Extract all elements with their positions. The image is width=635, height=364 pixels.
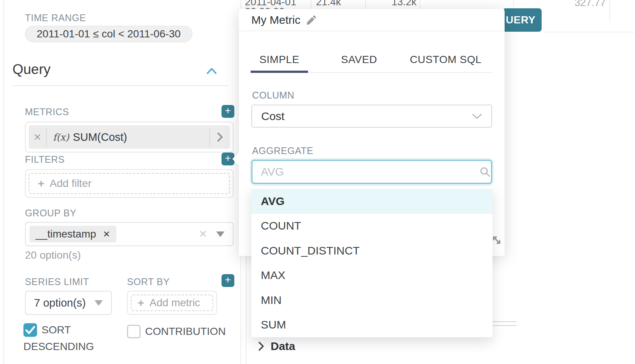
filters-dropzone: + Add filter [25,169,234,198]
clear-select-icon[interactable]: ✕ [198,228,207,240]
pill-divider [46,128,47,146]
aggregate-options-dropdown: AVG COUNT COUNT_DISTINCT MAX MIN SUM [251,187,493,337]
aggregate-input[interactable] [251,160,492,184]
group-by-select[interactable]: __timestamp ✕ ✕ [25,222,234,246]
time-range-label: TIME RANGE [25,12,86,23]
tab-custom-sql[interactable]: CUSTOM SQL [404,47,488,72]
tab-saved[interactable]: SAVED [330,47,388,72]
chart-splitter-handle[interactable] [493,321,516,322]
tab-simple[interactable]: SIMPLE [251,47,308,72]
checkbox-checked-icon[interactable] [23,323,37,337]
filters-label: FILTERS [25,154,65,165]
data-panel-title: Data [271,340,295,353]
explore-page: TIME RANGE 2011-01-01 ≤ col < 2011-06-30… [0,0,635,364]
run-query-button[interactable]: UERY [504,8,542,32]
series-limit-select[interactable]: 7 option(s) [25,291,112,315]
sort-by-dropzone: + Add metric [127,291,217,315]
remove-metric-icon[interactable]: ✕ [29,132,46,143]
remove-tag-icon[interactable]: ✕ [103,229,110,239]
function-icon: f(x) [53,132,69,143]
edit-pencil-icon[interactable] [306,14,317,26]
table-grid-line [311,0,311,9]
add-metric-plus-button[interactable]: + [221,105,234,118]
aggregate-label: AGGREGATE [252,145,313,156]
option-count[interactable]: COUNT [251,214,493,239]
section-divider [12,85,228,86]
popover-header: My Metric [251,14,317,26]
collapse-section-icon[interactable] [206,67,217,75]
search-icon [479,166,491,177]
metrics-dropzone[interactable]: ✕ f(x) SUM(Cost) [25,122,234,153]
table-row-line [544,32,635,32]
checkbox-unchecked-icon[interactable] [127,325,141,338]
add-sort-metric-label: Add metric [150,297,200,309]
caret-down-icon [94,300,103,306]
option-sum[interactable]: SUM [251,313,493,338]
resize-popover-icon[interactable] [491,234,502,246]
table-grid-line [609,0,610,21]
time-range-value: 2011-01-01 ≤ col < 2011-06-30 [37,28,181,40]
chart-splitter-handle[interactable] [493,325,516,326]
table-grid-line [365,0,366,9]
sort-descending-option[interactable]: SORT DESCENDING [23,322,129,355]
sort-by-label: SORT BY [127,276,170,287]
option-min[interactable]: MIN [251,288,493,313]
table-cell-value: 327.77 [575,0,606,9]
plus-icon: + [138,296,144,309]
plus-icon: + [38,177,45,190]
contribution-option[interactable]: CONTRIBUTION [127,323,240,340]
time-range-pill[interactable]: 2011-01-01 ≤ col < 2011-06-30 [25,26,192,42]
left-panel-border [3,0,4,364]
metric-pill[interactable]: ✕ f(x) SUM(Cost) [29,125,230,149]
add-sort-metric-button[interactable]: + Add metric [131,295,213,311]
metric-name: SUM(Cost) [73,131,127,143]
option-count-distinct[interactable]: COUNT_DISTINCT [251,238,493,263]
chevron-right-icon [217,132,223,142]
add-filter-button[interactable]: + Add filter [29,173,230,194]
group-by-tag[interactable]: __timestamp ✕ [29,226,116,242]
series-limit-value: 7 option(s) [34,297,86,309]
popover-header-divider [239,31,505,31]
group-by-label: GROUP BY [25,208,76,219]
edit-metric-chevron[interactable] [210,132,230,142]
query-section-title: Query [12,62,51,77]
option-avg[interactable]: AVG [251,189,493,214]
chevron-right-icon [258,341,265,352]
column-label: COLUMN [252,90,294,101]
run-query-label: UERY [506,14,536,26]
column-select-value: Cost [261,110,285,123]
group-by-options-hint: 20 option(s) [25,249,81,261]
series-limit-label: SERIES LIMIT [25,276,89,287]
add-filter-label: Add filter [50,177,92,190]
data-panel-toggle[interactable]: Data [258,340,295,353]
caret-down-icon[interactable] [216,231,225,237]
add-sort-metric-plus-button[interactable]: + [221,274,234,287]
table-grid-line [420,0,420,9]
popover-arrow [232,152,246,166]
option-max[interactable]: MAX [251,263,493,288]
chevron-down-icon [472,113,482,119]
group-by-tag-label: __timestamp [36,228,96,240]
table-cell-value: 21.4k [316,0,341,8]
table-grid-line [513,0,514,8]
contribution-label: CONTRIBUTION [145,325,226,337]
metric-title: My Metric [251,14,300,26]
metrics-label: METRICS [25,106,69,117]
column-select[interactable]: Cost [251,105,492,128]
metric-tabs: SIMPLE SAVED CUSTOM SQL [251,47,493,73]
table-cell-value: 13.2k [392,0,417,8]
